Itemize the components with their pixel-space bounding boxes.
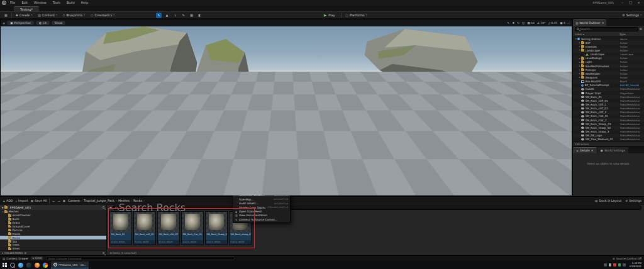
rotation-snap-toggle[interactable]: ∠10° <box>537 21 545 25</box>
play-label[interactable]: Play <box>328 13 335 17</box>
sources-root-row[interactable]: ▾ FPSGAME_UE5 <box>0 205 106 210</box>
tray-icon[interactable] <box>609 263 612 266</box>
search-icon[interactable] <box>103 252 105 255</box>
asset-tile[interactable]: SM_Rock_cliff_02 STATIC MESH <box>157 211 180 245</box>
context-menu-row[interactable]: Rename F2 ▸ <box>233 145 290 148</box>
create-button[interactable]: ✚Create▾ <box>14 13 35 18</box>
move-tool-icon[interactable]: ✥ <box>512 21 514 25</box>
firefox-app-icon[interactable] <box>35 263 40 268</box>
tab-world-settings[interactable]: ◉World Settings <box>597 147 628 153</box>
context-menu-row[interactable]: ✎ Edit... ▸ <box>233 140 290 144</box>
outliner-row[interactable]: Testing (Editor) World <box>573 37 644 41</box>
context-menu-row[interactable]: ▤ Show in Explorer ▸ <box>233 177 290 180</box>
grid-snap-toggle[interactable]: ▦10 <box>527 21 534 25</box>
add-collection-icon[interactable]: ⊕ <box>24 251 26 255</box>
minimize-button[interactable]: – <box>619 0 626 6</box>
taskbar-window-button[interactable]: UFPSGame_UE5 - Un... <box>51 261 89 268</box>
filter-icon[interactable] <box>109 207 112 209</box>
add-button[interactable]: +ADD <box>3 199 13 203</box>
rotate-tool-icon[interactable]: ↻ <box>517 21 519 25</box>
save-all-button[interactable]: ▦Save All <box>31 199 47 202</box>
menubar-item[interactable]: Help <box>79 0 91 6</box>
submenu-item[interactable]: Disable <box>293 110 313 114</box>
close-button[interactable]: × <box>635 0 642 6</box>
fracture-mode-icon[interactable]: ▦ <box>189 13 194 18</box>
close-tab-icon[interactable]: × <box>602 21 604 25</box>
platforms-button[interactable]: ▢Platforms▾ <box>343 13 369 18</box>
breadcrumb-item[interactable]: Content <box>68 199 82 202</box>
menubar-item[interactable]: Edit <box>19 0 30 6</box>
context-menu-row[interactable]: STATIC MESH ACTIONS ▸ <box>233 104 290 107</box>
column-type[interactable]: Type <box>619 33 642 36</box>
asset-tile[interactable]: SM_Rock_01 STATIC MESH <box>109 211 132 245</box>
content-settings-button[interactable]: ⚙Settings <box>625 199 641 202</box>
level-tab[interactable]: Testing* <box>14 6 39 11</box>
search-icon[interactable] <box>103 206 105 209</box>
expander-icon[interactable]: ▾ <box>2 206 3 209</box>
menubar-item[interactable]: File <box>8 0 18 6</box>
asset-search-input[interactable]: Search Rocks <box>113 206 641 210</box>
menubar-item[interactable]: Tools <box>50 0 63 6</box>
tray-icon[interactable] <box>618 263 621 266</box>
context-menu-row[interactable]: ▤ Open Source Location ▸ <box>233 128 290 132</box>
context-menu-row[interactable]: ↻ Reimport ▸ <box>233 124 290 128</box>
view-mode-dropdown[interactable]: ◐Lit <box>36 21 50 25</box>
tray-icon[interactable] <box>623 263 626 266</box>
context-menu-row[interactable]: ▲ Open StaticMesh ▸ <box>233 209 290 213</box>
scale-snap-toggle[interactable]: ◿0.25 <box>548 21 557 25</box>
settings-button[interactable]: ⚙Settings▾ <box>622 13 641 17</box>
context-menu-row[interactable]: EXPLORE ▸ <box>233 169 290 173</box>
context-menu-row[interactable]: Copy File Path ▸ <box>233 189 290 193</box>
viewport-menu-icon[interactable]: ≡ <box>3 21 5 25</box>
import-button[interactable]: ⤓Import <box>16 199 28 202</box>
context-menu-row[interactable]: ▲ Nanite ▸ <box>233 107 290 111</box>
context-menu-row[interactable]: IMPORTED ASSET ▸ <box>233 120 290 124</box>
asset-tile[interactable]: SM_Rock_cliff_01 STATIC MESH <box>133 211 156 245</box>
start-button-icon[interactable] <box>3 263 7 267</box>
context-menu-row[interactable]: Copy Reference ▸ <box>233 185 290 189</box>
content-button[interactable]: ▤Content▾ <box>36 13 58 18</box>
taskbar-search-icon[interactable] <box>10 263 15 268</box>
save-button[interactable]: ▦ <box>3 13 9 18</box>
outliner-search-input[interactable]: Search... <box>575 27 638 31</box>
brush-edit-mode-icon[interactable]: ◧ <box>197 13 203 18</box>
expander-icon[interactable]: ▾ <box>2 251 3 255</box>
play-icon[interactable]: ▶ <box>324 13 326 17</box>
browser-app-icon[interactable] <box>18 263 23 268</box>
content-drawer-button[interactable]: ▤Content Drawer <box>3 257 28 260</box>
maximize-button[interactable]: □ <box>627 0 634 6</box>
show-dropdown[interactable]: Show <box>52 21 65 25</box>
context-menu-row[interactable]: ⇅ Connect To Source Control... ▸ <box>233 217 290 221</box>
foliage-mode-icon[interactable]: ↓ <box>172 13 178 18</box>
dock-in-layout-button[interactable]: ▤Dock in Layout <box>595 199 621 202</box>
tab-world-outliner[interactable]: ☰ World Outliner × <box>573 19 606 26</box>
close-tab-icon[interactable]: × <box>591 149 594 152</box>
context-menu-row[interactable]: ◆ Asset Actions ▸ <box>233 160 290 164</box>
column-label[interactable]: Label ▴ <box>575 33 619 36</box>
camera-speed-control[interactable]: ▣4 <box>560 21 565 25</box>
asset-tile[interactable]: SM_Rock_Flat_01 STATIC MESH <box>181 211 204 245</box>
select-tool-icon[interactable]: ↖ <box>508 21 510 25</box>
asset-tile[interactable]: SM_Rock_Sharp_01 STATIC MESH <box>205 211 228 245</box>
collections-row[interactable]: ▾ COLLECTIONS ⊕ <box>0 250 106 255</box>
taskbar-clock[interactable]: 5:39 PM4/19/2021 <box>630 262 641 268</box>
context-menu-row[interactable]: REFERENCES ▸ <box>233 182 290 185</box>
app-icon[interactable] <box>26 263 31 268</box>
menubar-item[interactable]: Build <box>64 0 77 6</box>
outliner-filter-icon[interactable]: ⚙ <box>640 27 642 31</box>
console-command-input[interactable] <box>46 256 235 261</box>
landscape-mode-icon[interactable]: ▲ <box>164 13 170 18</box>
menubar-item[interactable]: Window <box>31 0 49 6</box>
source-control-status[interactable]: ⊘Source Control Off <box>613 257 641 260</box>
tab-details[interactable]: ✦Details× <box>573 147 597 153</box>
context-menu-row[interactable]: ◉ Asset Localization ▸ <box>233 165 290 168</box>
scale-tool-icon[interactable]: ◱ <box>522 21 525 25</box>
forward-arrow-icon[interactable]: → <box>58 199 60 203</box>
context-menu-row[interactable]: ◈ Level Of Detail ▸ <box>233 111 290 115</box>
outliner-row[interactable]: SM_Tree_Medium_02 StaticMeshActor <box>573 138 644 141</box>
select-mode-icon[interactable]: ↖ <box>156 13 162 18</box>
play-options-dots[interactable]: ⋮ <box>337 14 340 16</box>
maximize-viewport-icon[interactable]: ⛶ <box>568 21 570 25</box>
mesh-paint-mode-icon[interactable]: ✎ <box>180 13 186 18</box>
context-menu-row[interactable]: COMMON ▸ <box>233 136 290 140</box>
